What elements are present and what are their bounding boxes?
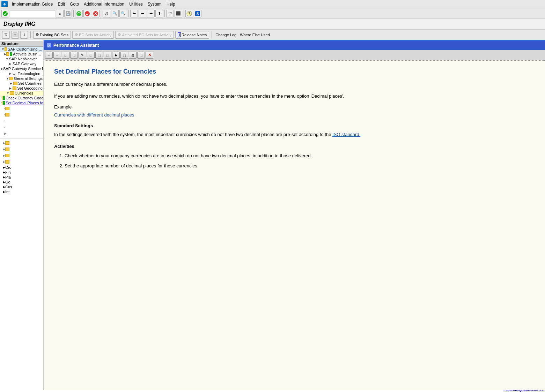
tree-item-root[interactable]: ▼ SAP Customizing Implementation Guide xyxy=(0,47,43,52)
arrow-gen-settings[interactable]: ▼ xyxy=(6,77,9,80)
btn-window1[interactable]: ⬚ xyxy=(166,10,174,17)
btn-green-refresh[interactable] xyxy=(75,10,83,17)
btn-nav2[interactable]: ⬅ xyxy=(139,10,146,17)
folder-icon-currencies xyxy=(10,91,14,95)
nav-prev-prev[interactable]: « xyxy=(56,10,64,17)
tree-item-gateway[interactable]: ▶ SAP Gateway xyxy=(0,61,43,66)
arrow-ui-tech[interactable]: ▶ xyxy=(9,72,13,75)
btn-find2[interactable]: 🔍 xyxy=(119,10,127,17)
dialog-btn-6[interactable]: ⬚ xyxy=(95,52,103,59)
tree-item-level2-4[interactable]: ▶ xyxy=(0,159,43,165)
arrow-currencies[interactable]: ▼ xyxy=(6,91,10,95)
dialog-title-bar: ? Performance Assistant xyxy=(44,41,545,50)
tree-item-level2-1[interactable]: ▶ xyxy=(0,140,43,146)
nav-save[interactable] xyxy=(64,10,72,17)
tree-item-countries[interactable]: ▶ Set Countries xyxy=(0,81,43,86)
tree-item-currencies[interactable]: ▼ Currencies xyxy=(0,91,43,96)
dialog-btn-back[interactable]: ← xyxy=(45,52,53,59)
tree-item-gen-settings[interactable]: ▼ General Settings xyxy=(0,76,43,81)
tree-item-extra-3[interactable]: • xyxy=(0,118,43,124)
folder-icon-countries xyxy=(13,82,17,85)
tree-item-geocoding[interactable]: ▶ Set Geocoding xyxy=(0,86,43,91)
content-example-link[interactable]: Currencies with different decimal places xyxy=(54,112,531,118)
link-change-log[interactable]: Change Log xyxy=(214,33,237,37)
btn-existing-bc-sets[interactable]: ⚙ Existing BC Sets xyxy=(33,31,71,39)
arrow-gateway[interactable]: ▶ xyxy=(9,62,13,66)
arrow-root[interactable]: ▼ xyxy=(1,47,5,51)
btn-red-stop[interactable] xyxy=(83,10,91,17)
toolbar: « 🖨 🔍 🔍 ⬅ ⬅ ➡ ⬆ ⬚ ⬛ ? S xyxy=(0,8,545,19)
tree-item-extra-4[interactable]: • xyxy=(0,124,43,130)
activity-icon-biz: ✓ xyxy=(10,52,12,56)
btn-nav3[interactable]: ➡ xyxy=(147,10,155,17)
tree-text-decimal[interactable]: Set Decimal Places for Currencies xyxy=(6,101,44,105)
dialog-btn-9[interactable]: ⬚ xyxy=(120,52,128,59)
tree-item-cus[interactable]: ▶ Cus xyxy=(0,184,43,189)
dialog-btn-search[interactable]: ⬚ xyxy=(70,52,78,59)
tree-item-check-codes[interactable]: • ✓ Check Currency Codes xyxy=(0,96,43,100)
menu-help[interactable]: Help xyxy=(164,1,177,7)
tree-item-biz[interactable]: ▶ ✓ Activate Business Functions xyxy=(0,52,43,56)
btn-print[interactable]: 🖨 xyxy=(103,10,110,17)
dialog-btn-play[interactable]: ▶ xyxy=(112,52,120,59)
check-btn[interactable] xyxy=(1,10,9,17)
dialog-btn-forward[interactable]: → xyxy=(53,52,61,59)
arrow-netweaver[interactable]: ▼ xyxy=(6,57,9,61)
tree-item-pla[interactable]: ▶ Pla xyxy=(0,175,43,180)
tree-item-level2-2[interactable]: ▶ xyxy=(0,146,43,152)
dialog-title-text: Performance Assistant xyxy=(53,43,99,48)
tree-item-decimal[interactable]: • ✓ Set Decimal Places for Currencies xyxy=(0,100,43,105)
btn-find[interactable]: 🔍 xyxy=(111,10,119,17)
menu-additional-information[interactable]: Additional Information xyxy=(82,1,126,7)
command-input[interactable] xyxy=(10,10,55,17)
dialog-btn-5[interactable]: ⬚ xyxy=(87,52,95,59)
tree-item-level2-3[interactable]: ▶ xyxy=(0,152,43,159)
btn-expand[interactable] xyxy=(11,31,19,39)
currencies-link[interactable]: Currencies with different decimal places xyxy=(54,112,134,118)
link-where-else-used[interactable]: Where Else Used xyxy=(239,33,271,37)
dialog-btn-edit[interactable]: ✎ xyxy=(79,52,86,59)
tree-item-gateway-svc[interactable]: ▶ SAP Gateway Service Enablement xyxy=(0,66,43,71)
tree-item-netweaver[interactable]: ▼ SAP NetWeaver xyxy=(0,56,43,61)
btn-help-circle[interactable]: ? xyxy=(185,10,193,17)
btn-activated-bc-sets[interactable]: ⚙ Activated BC Sets for Activity xyxy=(115,31,174,39)
dialog-btn-7[interactable]: ⬚ xyxy=(104,52,111,59)
toolbar-sep-5 xyxy=(184,10,184,17)
arrow-biz[interactable]: ▶ xyxy=(4,52,6,56)
tree-item-ui-tech[interactable]: ▶ UI-Technologien xyxy=(0,71,43,76)
menu-implementation-guide[interactable]: Implementation Guide xyxy=(10,1,55,7)
svg-text:?: ? xyxy=(48,44,50,47)
arrow-countries[interactable]: ▶ xyxy=(10,82,13,85)
btn-release-notes[interactable]: i Release Notes xyxy=(175,31,209,39)
menu-system[interactable]: System xyxy=(146,1,164,7)
arrow-gateway-svc[interactable]: ▶ xyxy=(1,67,3,70)
arrow-geocoding[interactable]: ▶ xyxy=(9,86,12,90)
content-example-label: Example xyxy=(54,104,531,110)
tree-text-currencies: Currencies xyxy=(15,91,33,95)
activity-item-2: Set the appropriate number of decimal pl… xyxy=(65,163,531,169)
dialog-btn-11[interactable]: ⬚ xyxy=(137,52,145,59)
menu-goto[interactable]: Goto xyxy=(68,1,81,7)
menu-utilities[interactable]: Utilities xyxy=(127,1,145,7)
dialog-btn-home[interactable]: ⬚ xyxy=(62,52,69,59)
tree-item-go[interactable]: ▶ Go xyxy=(0,180,43,184)
menu-edit[interactable]: Edit xyxy=(56,1,67,7)
tree-item-int[interactable]: ▶ Int xyxy=(0,189,43,194)
tree-item-fin[interactable]: ▶ Fin xyxy=(0,170,43,175)
btn-collapse-all[interactable]: ▽ xyxy=(2,31,10,39)
dialog-btn-close[interactable]: ✕ xyxy=(146,52,153,59)
btn-bc-sets-activity[interactable]: ⚙ BC Sets for Activity xyxy=(72,31,114,39)
tree-item-cro[interactable]: ▶ Cro xyxy=(0,165,43,170)
tree-item-extra-2[interactable]: • xyxy=(0,112,43,118)
tree-item-extra-1[interactable]: • xyxy=(0,105,43,112)
dialog-btn-print[interactable]: 🖨 xyxy=(129,52,137,59)
tree-item-extra-5[interactable]: ▶ xyxy=(0,130,43,137)
tree-text-countries: Set Countries xyxy=(18,81,42,85)
btn-nav1[interactable]: ⬅ xyxy=(130,10,138,17)
btn-info[interactable]: ℹ xyxy=(20,31,28,39)
btn-window2[interactable]: ⬛ xyxy=(175,10,182,17)
btn-settings[interactable]: S xyxy=(194,10,201,17)
btn-nav4[interactable]: ⬆ xyxy=(155,10,163,17)
btn-cancel[interactable] xyxy=(92,10,100,17)
iso-standard-link[interactable]: ISO standard. xyxy=(332,132,360,137)
